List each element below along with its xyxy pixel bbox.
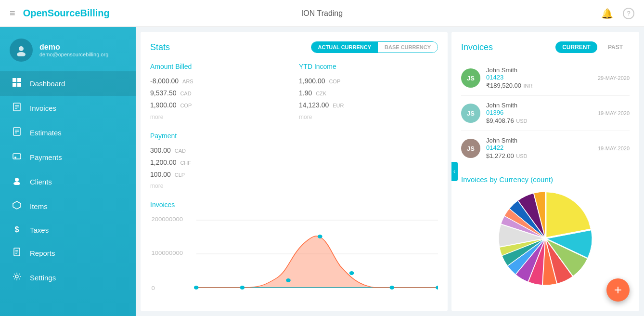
- sidebar-item-reports[interactable]: Reports: [0, 241, 136, 265]
- amount-row-1: -8,000.00 ARS: [150, 75, 289, 87]
- right-panel: ‹ Invoices CURRENT PAST JS John Smith 01…: [451, 32, 639, 311]
- invoice-date-val-3: 19-MAY-2020: [598, 145, 630, 151]
- stats-grid: Amount Billed -8,000.00 ARS 9,537.50 CAD…: [150, 63, 438, 120]
- invoice-num-2: 01396: [486, 109, 592, 116]
- sidebar-label-payments: Payments: [30, 153, 62, 161]
- sidebar-item-clients[interactable]: Clients: [0, 170, 136, 194]
- pay-cur-2: CHF: [180, 160, 191, 166]
- ytd-val-3: 14,123.00: [299, 101, 329, 109]
- invoice-amount-1: ₹189,520.00 INR: [486, 81, 592, 90]
- svg-rect-4: [13, 83, 16, 87]
- invoice-amount-3: $1,272.00 USD: [486, 151, 592, 160]
- pay-row-1: 300.00 CAD: [150, 145, 438, 157]
- main-layout: demo demo@opensourcebilling.org Dashboar…: [0, 27, 644, 316]
- ytd-row-2: 1.90 CZK: [299, 87, 438, 99]
- sidebar-username: demo: [39, 43, 108, 52]
- currency-toggle: ACTUAL CURRENCY BASE CURRENCY: [311, 41, 438, 53]
- sidebar-item-taxes[interactable]: $ Taxes: [0, 219, 136, 241]
- sidebar-label-settings: Settings: [30, 274, 56, 282]
- sidebar-item-estimates[interactable]: Estimates: [0, 120, 136, 145]
- invoice-avatar-1: JS: [461, 68, 480, 88]
- invoice-initials-3: JS: [467, 145, 475, 152]
- invoice-amt-val-1: ₹189,520.00: [486, 82, 521, 89]
- invoice-name-3: John Smith: [486, 137, 592, 144]
- sidebar-item-items[interactable]: Items: [0, 194, 136, 219]
- base-currency-btn[interactable]: BASE CURRENCY: [378, 42, 438, 53]
- svg-rect-5: [17, 83, 21, 87]
- brand-prefix: OpenSource: [23, 8, 80, 18]
- ab-cur-3: COP: [180, 103, 192, 108]
- invoice-avatar-2: JS: [461, 104, 480, 123]
- bell-icon[interactable]: 🔔: [601, 8, 613, 19]
- tab-current[interactable]: CURRENT: [555, 41, 597, 53]
- clients-icon: [12, 176, 22, 187]
- amount-billed-more[interactable]: more: [150, 114, 289, 120]
- pie-container: [461, 190, 630, 287]
- invoice-name-1: John Smith: [486, 66, 592, 74]
- hamburger-icon[interactable]: ≡: [10, 8, 15, 19]
- invoice-initials-1: JS: [467, 75, 475, 82]
- chart-dot: [349, 271, 354, 275]
- collapse-arrow[interactable]: ‹: [451, 162, 458, 181]
- pie-chart-svg: [497, 190, 593, 287]
- invoices-chart-section: Invoices 200000000 100000000 0: [150, 201, 438, 292]
- svg-text:200000000: 200000000: [151, 216, 183, 223]
- amount-billed-title: Amount Billed: [150, 63, 289, 70]
- tab-group: CURRENT PAST: [555, 41, 630, 53]
- invoices-panel-title: Invoices: [461, 42, 493, 53]
- invoice-amt-val-3: $1,272.00: [486, 152, 514, 159]
- ab-cur-2: CAD: [180, 91, 191, 96]
- chart-dot: [318, 235, 322, 238]
- invoices-tab-row: Invoices CURRENT PAST: [461, 41, 630, 53]
- sidebar-email: demo@opensourcebilling.org: [39, 52, 108, 57]
- invoice-date-3: 19-MAY-2020: [598, 145, 630, 151]
- sidebar-label-invoices: Invoices: [30, 104, 56, 112]
- sidebar-item-settings[interactable]: Settings: [0, 265, 136, 290]
- svg-point-0: [19, 46, 24, 51]
- sidebar-label-items: Items: [30, 202, 48, 211]
- pie-title: Invoices by Currency (count): [461, 175, 630, 184]
- pay-row-2: 1,200.00 CHF: [150, 157, 438, 169]
- invoice-num-3: 01422: [486, 144, 592, 151]
- invoice-date-val-2: 19-MAY-2020: [598, 110, 630, 116]
- invoice-date-2: 19-MAY-2020: [598, 110, 630, 116]
- invoice-row[interactable]: JS John Smith 01423 ₹189,520.00 INR 29-M…: [461, 61, 630, 96]
- taxes-icon: $: [12, 225, 22, 234]
- ytd-row-3: 14,123.00 EUR: [299, 99, 438, 111]
- payment-more[interactable]: more: [150, 183, 438, 189]
- fab-button[interactable]: +: [606, 278, 630, 302]
- chart-dot: [436, 286, 438, 290]
- help-icon[interactable]: ?: [623, 8, 634, 19]
- sidebar-label-estimates: Estimates: [30, 129, 62, 137]
- topnav: ≡ OpenSourceBilling ION Trading 🔔 ?: [0, 0, 644, 27]
- ytd-more[interactable]: more: [299, 114, 438, 120]
- payment-values: 300.00 CAD 1,200.00 CHF 100.00 CLP: [150, 145, 438, 181]
- brand-suffix: Billing: [80, 8, 110, 18]
- avatar: [10, 39, 33, 62]
- sidebar-profile: demo demo@opensourcebilling.org: [0, 27, 136, 71]
- settings-icon: [12, 272, 22, 283]
- pay-row-3: 100.00 CLP: [150, 169, 438, 181]
- chart-dot: [194, 286, 199, 290]
- stats-title: Stats: [150, 42, 170, 53]
- ytd-income-title: YTD Income: [299, 63, 438, 70]
- svg-rect-3: [17, 78, 21, 82]
- invoice-curr-2: USD: [516, 118, 527, 124]
- payment-section: Payment 300.00 CAD 1,200.00 CHF 100.00 C…: [150, 132, 438, 190]
- sidebar-item-dashboard[interactable]: Dashboard: [0, 71, 136, 96]
- invoice-row[interactable]: JS John Smith 01422 $1,272.00 USD 19-MAY…: [461, 131, 630, 166]
- invoice-row[interactable]: JS John Smith 01396 $9,408.76 USD 19-MAY…: [461, 96, 630, 131]
- tab-past[interactable]: PAST: [601, 41, 630, 53]
- svg-point-16: [15, 178, 19, 182]
- actual-currency-btn[interactable]: ACTUAL CURRENCY: [311, 42, 378, 53]
- invoice-amt-val-2: $9,408.76: [486, 117, 514, 124]
- invoices-icon: [12, 103, 22, 114]
- sidebar-item-invoices[interactable]: Invoices: [0, 96, 136, 120]
- ytd-cur-1: COP: [329, 79, 340, 84]
- ytd-val-2: 1.90: [299, 89, 312, 97]
- invoice-num-1: 01423: [486, 74, 592, 81]
- sidebar-item-payments[interactable]: Payments: [0, 145, 136, 170]
- sidebar-label-taxes: Taxes: [30, 226, 49, 234]
- ytd-cur-3: EUR: [333, 103, 344, 108]
- svg-point-1: [17, 52, 26, 56]
